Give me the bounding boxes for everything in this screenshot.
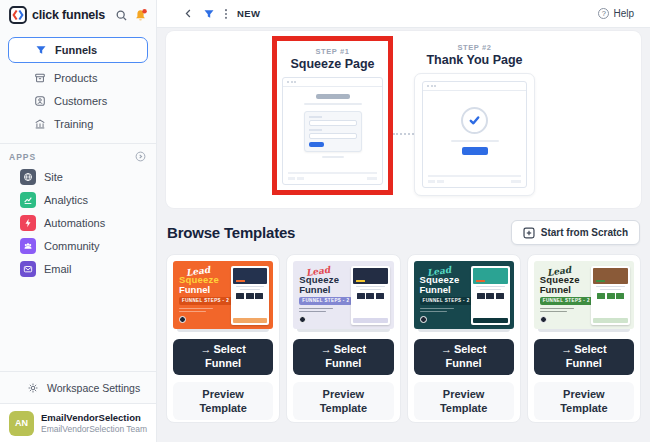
squeeze-page-thumbnail — [282, 77, 383, 185]
profile-name: EmailVendorSelection — [41, 412, 147, 424]
sidebar-item-email[interactable]: Email — [0, 257, 156, 280]
laptop-base — [418, 329, 510, 332]
workspace-profile[interactable]: AN EmailVendorSelection EmailVendorSelec… — [0, 403, 156, 442]
funnel-steps-badge: FUNNEL STEPS - 2 — [299, 297, 352, 305]
template-card: Lead Squeeze Funnel FUNNEL STEPS - 2 →Se… — [527, 254, 641, 423]
workspace-settings-button[interactable]: Workspace Settings — [0, 376, 156, 403]
template-thumbnail[interactable]: Lead Squeeze Funnel FUNNEL STEPS - 2 — [173, 261, 273, 329]
preview-template-button[interactable]: Preview Template — [173, 382, 273, 421]
sidebar-item-customers[interactable]: Customers — [8, 89, 148, 112]
clickfunnels-logo-icon — [9, 6, 27, 24]
sidebar-item-automations[interactable]: Automations — [0, 211, 156, 234]
step-number-label: STEP #1 — [282, 47, 383, 56]
thumb-logo-dot — [299, 316, 306, 323]
preview-template-button[interactable]: Preview Template — [534, 382, 634, 421]
template-thumbnail[interactable]: Lead Squeeze Funnel FUNNEL STEPS - 2 — [414, 261, 514, 329]
main-area: NEW ? Help STEP #1 Squeeze Page — [157, 0, 650, 442]
preview-template-button[interactable]: Preview Template — [414, 382, 514, 421]
app-item-label: Analytics — [44, 194, 88, 206]
customers-person-icon — [34, 95, 46, 107]
step-number-label: STEP #2 — [414, 43, 535, 52]
kebab-menu-icon[interactable] — [224, 8, 228, 20]
search-icon[interactable] — [115, 9, 128, 22]
sidebar-item-label: Products — [54, 72, 97, 84]
browse-templates-heading: Browse Templates — [167, 224, 295, 241]
workspace-settings-label: Workspace Settings — [47, 382, 140, 394]
plus-square-icon — [523, 227, 535, 239]
apps-expand-icon[interactable] — [135, 151, 146, 162]
community-people-icon — [20, 238, 36, 254]
thumb-micro-text — [179, 308, 228, 314]
email-envelope-icon — [20, 261, 36, 277]
funnel-steps-panel: STEP #1 Squeeze Page — [166, 31, 641, 208]
sidebar-bottom: Workspace Settings AN EmailVendorSelecti… — [0, 365, 156, 442]
step-connector-dotted-line — [393, 133, 414, 208]
funnel-steps-badge: FUNNEL STEPS - 2 — [540, 297, 593, 305]
thumb-logo-dot — [540, 316, 547, 323]
brand-name: click funnels — [32, 8, 105, 22]
funnel-step-thank-you-page[interactable]: STEP #2 Thank You Page — [414, 41, 535, 208]
brand-row: click funnels — [0, 0, 156, 30]
gear-icon — [27, 382, 39, 394]
sidebar-item-label: Customers — [54, 95, 107, 107]
sidebar-item-label: Training — [54, 118, 93, 130]
sidebar-item-analytics[interactable]: Analytics — [0, 188, 156, 211]
help-icon: ? — [598, 8, 609, 19]
thumb-logo-dot — [420, 316, 427, 323]
notifications-bell-icon[interactable] — [133, 8, 148, 23]
sidebar-divider — [0, 143, 156, 144]
start-from-scratch-label: Start from Scratch — [541, 227, 628, 238]
sidebar-item-funnels[interactable]: Funnels — [8, 37, 148, 63]
optin-submit-placeholder — [309, 142, 324, 147]
funnel-icon — [203, 8, 215, 20]
sidebar-nav: Funnels Products Customers Training — [0, 30, 156, 137]
help-button[interactable]: ? Help — [598, 8, 634, 19]
app-item-label: Community — [44, 240, 100, 252]
automations-bolt-icon — [20, 215, 36, 231]
training-building-icon — [34, 118, 46, 130]
optin-form-placeholder — [304, 111, 362, 152]
funnel-steps-badge: FUNNEL STEPS - 2 — [179, 297, 232, 305]
arrow-right-icon: → — [561, 343, 572, 355]
template-thumbnail[interactable]: Lead Squeeze Funnel FUNNEL STEPS - 2 — [534, 261, 634, 329]
arrow-right-icon: → — [441, 343, 452, 355]
thank-you-page-card[interactable] — [414, 73, 535, 196]
select-funnel-label: Select Funnel — [205, 343, 246, 369]
apps-header: APPS — [0, 148, 156, 165]
select-funnel-button[interactable]: →Select Funnel — [534, 339, 634, 375]
sidebar-item-community[interactable]: Community — [0, 234, 156, 257]
sidebar-item-training[interactable]: Training — [8, 112, 148, 135]
thumb-mini-page — [351, 266, 390, 325]
back-chevron-icon[interactable] — [183, 8, 194, 19]
clickfunnels-app: click funnels Funnels Products — [0, 0, 650, 442]
browser-chrome — [423, 82, 526, 91]
thumb-mini-page — [471, 266, 510, 325]
thumb-micro-text — [299, 308, 348, 314]
arrow-right-icon: → — [200, 343, 211, 355]
sidebar-item-products[interactable]: Products — [8, 66, 148, 89]
thumb-title-line2: Funnel — [179, 285, 228, 295]
checkmark-circle-icon — [461, 107, 488, 134]
funnel-step-squeeze-page[interactable]: STEP #1 Squeeze Page — [272, 36, 393, 195]
thumb-title-line2: Funnel — [540, 285, 589, 295]
template-cards-row: Lead Squeeze Funnel FUNNEL STEPS - 2 →Se… — [166, 254, 641, 423]
select-funnel-button[interactable]: →Select Funnel — [293, 339, 393, 375]
app-item-label: Automations — [44, 217, 105, 229]
sidebar-divider — [0, 371, 156, 372]
step-title: Thank You Page — [414, 53, 535, 67]
laptop-base — [538, 329, 630, 332]
select-funnel-button[interactable]: →Select Funnel — [414, 339, 514, 375]
sidebar: click funnels Funnels Products — [0, 0, 157, 442]
preview-template-button[interactable]: Preview Template — [293, 382, 393, 421]
products-box-icon — [34, 72, 46, 84]
help-label: Help — [613, 8, 634, 19]
select-funnel-button[interactable]: →Select Funnel — [173, 339, 273, 375]
sidebar-item-site[interactable]: Site — [0, 165, 156, 188]
site-globe-icon — [20, 169, 36, 185]
funnel-icon — [35, 44, 47, 56]
thank-you-page-thumbnail — [422, 81, 527, 188]
template-thumbnail[interactable]: Lead Squeeze Funnel FUNNEL STEPS - 2 — [293, 261, 393, 329]
thumb-logo-dot — [179, 316, 186, 323]
start-from-scratch-button[interactable]: Start from Scratch — [511, 220, 640, 245]
content: STEP #1 Squeeze Page — [157, 28, 650, 442]
